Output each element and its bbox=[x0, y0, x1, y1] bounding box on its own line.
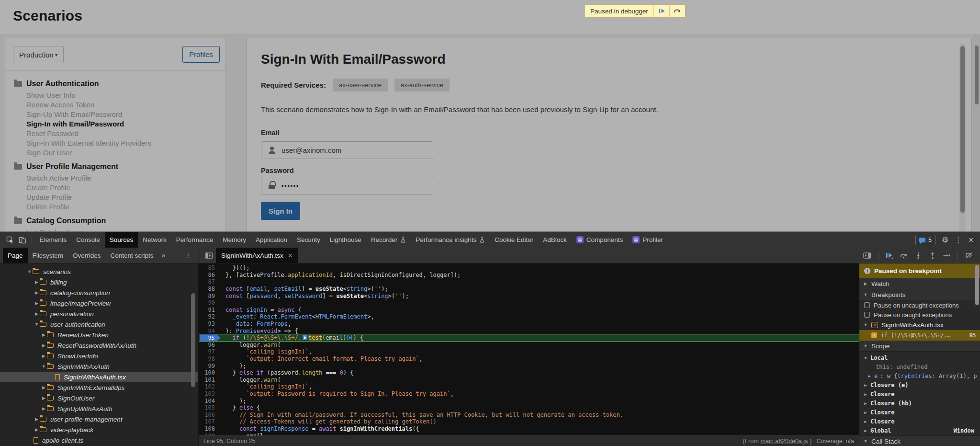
scope-global[interactable]: ▶GlobalWindow bbox=[859, 426, 980, 435]
editor-tab[interactable]: SignInWithAxAuth.tsx ✕ bbox=[216, 248, 298, 263]
line-number[interactable]: 86 bbox=[199, 272, 221, 278]
watch-section-header[interactable]: ▶ Watch bbox=[859, 278, 980, 289]
tab-network[interactable]: Network bbox=[138, 232, 171, 248]
scope-closure[interactable]: ▶Closure (e) bbox=[859, 380, 980, 389]
code-line[interactable]: 100 } else if (password.length === 0) { bbox=[199, 369, 859, 377]
tab-profiler[interactable]: Profiler bbox=[628, 232, 668, 248]
tab-memory[interactable]: Memory bbox=[218, 232, 251, 248]
tab-performance-insights[interactable]: Performance insights bbox=[411, 232, 490, 248]
tree-folder-row[interactable]: ▶billing bbox=[0, 277, 198, 287]
navigator-tab-page[interactable]: Page bbox=[3, 248, 28, 263]
line-number[interactable]: 102 bbox=[199, 383, 221, 390]
line-number[interactable]: 98 bbox=[199, 355, 221, 362]
issues-counter[interactable]: 5 bbox=[915, 235, 935, 245]
step-out-icon[interactable] bbox=[926, 249, 939, 262]
more-tabs-icon[interactable]: » bbox=[158, 252, 169, 259]
tree-folder-row[interactable]: ▶SignOutUser bbox=[0, 393, 198, 403]
code-line[interactable]: 92 _event: React.FormEvent<HTMLFormEleme… bbox=[199, 313, 859, 320]
toggle-navigator-icon[interactable] bbox=[202, 248, 216, 263]
pause-on-caught-exceptions[interactable]: Pause on caught exceptions bbox=[859, 310, 980, 320]
tab-lighthouse[interactable]: Lighthouse bbox=[325, 232, 366, 248]
tab-elements[interactable]: Elements bbox=[35, 232, 71, 248]
resume-script-icon[interactable] bbox=[654, 4, 669, 18]
tree-folder-row[interactable]: ▶SignUpWithAxAuth bbox=[0, 403, 198, 414]
step-over-icon[interactable] bbox=[897, 249, 910, 262]
tree-folder-row[interactable]: ▶ShowUserInfo bbox=[0, 351, 198, 361]
code-line[interactable]: 97 `calling [signIn]`, bbox=[199, 348, 859, 355]
line-number[interactable]: 107 bbox=[199, 418, 221, 425]
close-icon[interactable]: ✕ bbox=[968, 236, 974, 244]
line-number[interactable]: 100 bbox=[199, 369, 221, 376]
paused-line-marker[interactable]: 95 bbox=[199, 334, 221, 341]
code-line[interactable]: 86}, [activeProfile.applicationId, isDir… bbox=[199, 272, 859, 279]
code-line[interactable]: 96 logger.warn( bbox=[199, 342, 859, 349]
tab-components[interactable]: Components bbox=[572, 232, 628, 248]
code-line[interactable]: 106 // Sign-In with email/password. If s… bbox=[199, 411, 859, 418]
code-line[interactable]: 99 ); bbox=[199, 362, 859, 369]
gear-icon[interactable]: ⚙ bbox=[942, 235, 948, 244]
line-number[interactable]: 99 bbox=[199, 363, 221, 369]
code-line[interactable]: 109 email, bbox=[199, 432, 859, 435]
tab-cookie-editor[interactable]: Cookie Editor bbox=[490, 232, 538, 248]
sourcemap-link[interactable]: main.a620de0a.js bbox=[761, 438, 808, 445]
line-number[interactable]: 106 bbox=[199, 412, 221, 418]
pause-on-uncaught-exceptions[interactable]: Pause on uncaught exceptions bbox=[859, 300, 980, 310]
code-editor[interactable]: 85 })();86}, [activeProfile.applicationI… bbox=[199, 263, 859, 435]
line-number[interactable]: 89 bbox=[199, 293, 221, 299]
tree-folder-row[interactable]: ▼scenarios bbox=[0, 266, 198, 277]
sidebar-scrollbar-thumb[interactable] bbox=[975, 265, 979, 305]
tree-file-row[interactable]: apollo-client.ts bbox=[0, 435, 198, 446]
line-number[interactable]: 94 bbox=[199, 328, 221, 334]
tab-performance[interactable]: Performance bbox=[171, 232, 218, 248]
paused-code-line[interactable]: 95 if (!/\S+@\S+\.\S+/.test(email)) { bbox=[199, 334, 859, 342]
code-line[interactable]: 102 `calling [signIn]`, bbox=[199, 383, 859, 390]
checkbox-unchecked[interactable] bbox=[864, 302, 870, 308]
line-number[interactable]: 104 bbox=[199, 398, 221, 404]
toggle-debugger-sidebar-icon[interactable] bbox=[861, 249, 874, 262]
code-line[interactable]: 105 } else { bbox=[199, 404, 859, 412]
line-number[interactable]: 90 bbox=[199, 299, 221, 306]
tree-folder-row[interactable]: ▶ResetPasswordWithAxAuth bbox=[0, 340, 198, 351]
code-line[interactable]: 107 // Access-Tokens will get generated … bbox=[199, 418, 859, 425]
code-line[interactable]: 85 })(); bbox=[199, 264, 859, 272]
inline-breakpoint-icon[interactable] bbox=[347, 335, 352, 340]
tree-folder-row[interactable]: ▶video-playback bbox=[0, 424, 198, 435]
scope-closure[interactable]: ▶Closure (hb) bbox=[859, 399, 980, 408]
device-toolbar-icon[interactable] bbox=[16, 234, 29, 246]
code-line[interactable]: 87 bbox=[199, 278, 859, 286]
kebab-menu-icon[interactable]: ⋮ bbox=[955, 236, 962, 244]
checkbox-checked[interactable]: ✓ bbox=[871, 332, 877, 338]
tab-adblock[interactable]: AdBlock bbox=[538, 232, 572, 248]
tree-folder-row[interactable]: ▶SignInWithExternalIdps bbox=[0, 382, 198, 393]
tree-folder-row[interactable]: ▼SignInWithAxAuth bbox=[0, 361, 198, 372]
tree-folder-row[interactable]: ▶image/ImagePreview bbox=[0, 298, 198, 309]
close-tab-icon[interactable]: ✕ bbox=[288, 252, 293, 259]
line-number[interactable]: 91 bbox=[199, 307, 221, 313]
code-line[interactable]: 103 `output: Password is required to Sig… bbox=[199, 390, 859, 398]
code-line[interactable]: 93 _data: FormProps, bbox=[199, 320, 859, 328]
tree-folder-row[interactable]: ▶catalog-consumption bbox=[0, 287, 198, 298]
code-line[interactable]: 108 const signInResponse = await signInW… bbox=[199, 425, 859, 433]
code-line[interactable]: 91const signIn = async ( bbox=[199, 307, 859, 314]
line-number[interactable]: 101 bbox=[199, 377, 221, 383]
scope-closure[interactable]: ▶Closure bbox=[859, 408, 980, 417]
scope-this[interactable]: this: undefined bbox=[859, 362, 980, 371]
line-number[interactable]: 103 bbox=[199, 390, 221, 397]
code-line[interactable]: 104 ); bbox=[199, 397, 859, 404]
tree-folder-row[interactable]: ▶RenewUserToken bbox=[0, 330, 198, 340]
scope-section-header[interactable]: ▼ Scope bbox=[859, 341, 980, 352]
scope-local[interactable]: ▼Local bbox=[859, 353, 980, 362]
step-over-icon[interactable] bbox=[670, 4, 685, 18]
scope-variable-e[interactable]: ▶e: w {tryEntries: Array(1), p bbox=[859, 371, 980, 380]
tab-sources[interactable]: Sources bbox=[105, 232, 138, 248]
line-number[interactable]: 93 bbox=[199, 320, 221, 327]
navigator-tab-overrides[interactable]: Overrides bbox=[68, 248, 106, 263]
line-number[interactable]: 92 bbox=[199, 313, 221, 320]
line-number[interactable]: 87 bbox=[199, 278, 221, 285]
line-number[interactable]: 85 bbox=[199, 264, 221, 271]
line-number[interactable]: 97 bbox=[199, 348, 221, 355]
tab-console[interactable]: Console bbox=[71, 232, 105, 248]
tab-recorder[interactable]: Recorder bbox=[366, 232, 411, 248]
code-line[interactable]: 98 `output: Incorrect email format. Plea… bbox=[199, 355, 859, 363]
tab-security[interactable]: Security bbox=[292, 232, 325, 248]
